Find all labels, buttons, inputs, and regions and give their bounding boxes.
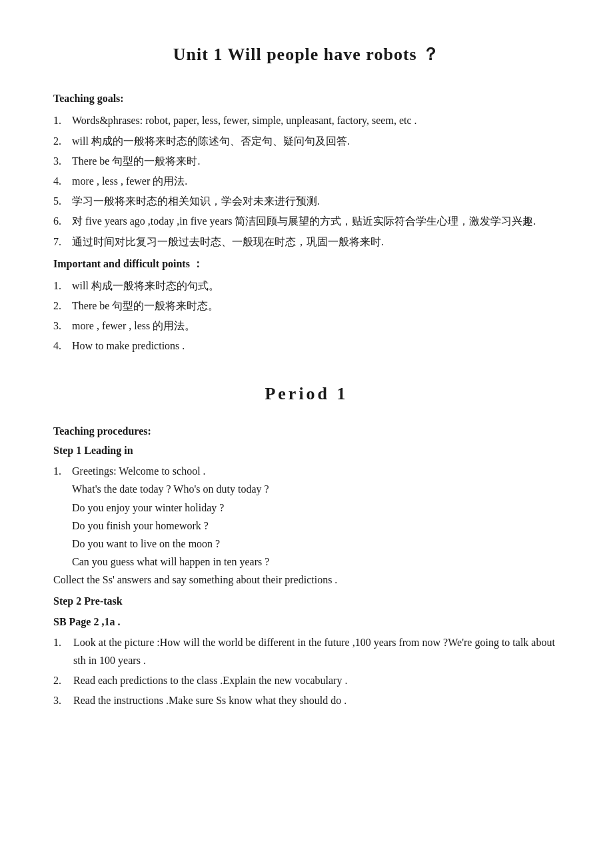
goal-item-3: 3. There be 句型的一般将来时. — [53, 152, 560, 170]
goal-num-2: 2. — [53, 132, 72, 150]
greetings-label: Greetings: Welcome to school . — [72, 462, 206, 480]
important-num-4: 4. — [53, 337, 72, 355]
goal-num-3: 3. — [53, 152, 72, 170]
page-title: Unit 1 Will people have robots ？ — [53, 40, 560, 69]
goal-num-7: 7. — [53, 233, 72, 251]
sb-item-3: 3. Read the instructions .Make sure Ss k… — [53, 691, 560, 709]
goal-text-1: Words&phrases: robot, paper, less, fewer… — [72, 111, 560, 129]
sb-text-3: Read the instructions .Make sure Ss know… — [73, 691, 346, 709]
goal-item-5: 5. 学习一般将来时态的相关知识，学会对未来进行预测. — [53, 192, 560, 210]
important-item-3: 3. more , fewer , less 的用法。 — [53, 317, 560, 335]
step2-label: Step 2 Pre-task — [53, 592, 560, 610]
greetings-item: 1. Greetings: Welcome to school . — [53, 462, 560, 480]
sb-num-3: 3. — [53, 691, 73, 709]
important-points-list: 1. will 构成一般将来时态的句式。 2. There be 句型的一般将来… — [53, 277, 560, 355]
important-num-1: 1. — [53, 277, 72, 295]
greetings-line-4: Do you want to live on the moon ? — [72, 535, 560, 553]
important-num-3: 3. — [53, 317, 72, 335]
important-text-4: How to make predictions . — [72, 337, 560, 355]
important-text-1: will 构成一般将来时态的句式。 — [72, 277, 560, 295]
sb-num-1: 1. — [53, 633, 73, 669]
goal-item-6: 6. 对 five years ago ,today ,in five year… — [53, 212, 560, 230]
goal-num-5: 5. — [53, 192, 72, 210]
goal-text-5: 学习一般将来时态的相关知识，学会对未来进行预测. — [72, 192, 560, 210]
collect-text: Collect the Ss' answers and say somethin… — [53, 571, 560, 589]
goal-text-3: There be 句型的一般将来时. — [72, 152, 560, 170]
sb-num-2: 2. — [53, 671, 73, 689]
goal-num-6: 6. — [53, 212, 72, 230]
goal-num-1: 1. — [53, 111, 72, 129]
important-num-2: 2. — [53, 297, 72, 315]
important-item-2: 2. There be 句型的一般将来时态。 — [53, 297, 560, 315]
important-text-2: There be 句型的一般将来时态。 — [72, 297, 560, 315]
goal-text-4: more , less , fewer 的用法. — [72, 172, 560, 190]
goal-item-7: 7. 通过时间对比复习一般过去时态、一般现在时态，巩固一般将来时. — [53, 233, 560, 251]
goal-item-2: 2. will 构成的一般将来时态的陈述句、否定句、疑问句及回答. — [53, 132, 560, 150]
goal-item-4: 4. more , less , fewer 的用法. — [53, 172, 560, 190]
goal-num-4: 4. — [53, 172, 72, 190]
greetings-num: 1. — [53, 462, 72, 480]
greetings-line-3: Do you finish your homework ? — [72, 517, 560, 535]
greetings-line-2: Do you enjoy your winter holiday ? — [72, 499, 560, 517]
step1-label: Step 1 Leading in — [53, 441, 560, 459]
sb-item-2: 2. Read each predictions to the class .E… — [53, 671, 560, 689]
important-item-1: 1. will 构成一般将来时态的句式。 — [53, 277, 560, 295]
teaching-goals-label: Teaching goals: — [53, 89, 560, 107]
important-item-4: 4. How to make predictions . — [53, 337, 560, 355]
sb-item-1: 1. Look at the picture :How will the wor… — [53, 633, 560, 669]
greetings-line-5: Can you guess what will happen in ten ye… — [72, 553, 560, 571]
goal-item-1: 1. Words&phrases: robot, paper, less, fe… — [53, 111, 560, 129]
sb-text-2: Read each predictions to the class .Expl… — [73, 671, 347, 689]
teaching-goals-list: 1. Words&phrases: robot, paper, less, fe… — [53, 111, 560, 250]
procedures-label: Teaching procedures: — [53, 422, 560, 440]
greetings-line-1: What's the date today ? Who's on duty to… — [72, 480, 560, 498]
important-label: Important and difficult points ： — [53, 255, 560, 273]
period-title: Period 1 — [53, 379, 560, 409]
goal-text-2: will 构成的一般将来时态的陈述句、否定句、疑问句及回答. — [72, 132, 560, 150]
sb-label: SB Page 2 ,1a . — [53, 613, 560, 631]
goal-text-6: 对 five years ago ,today ,in five years 简… — [72, 212, 560, 230]
goal-text-7: 通过时间对比复习一般过去时态、一般现在时态，巩固一般将来时. — [72, 233, 560, 251]
sb-text-1: Look at the picture :How will the world … — [73, 633, 560, 669]
important-text-3: more , fewer , less 的用法。 — [72, 317, 560, 335]
greetings-section: 1. Greetings: Welcome to school . What's… — [53, 462, 560, 571]
sb-items-list: 1. Look at the picture :How will the wor… — [53, 633, 560, 710]
